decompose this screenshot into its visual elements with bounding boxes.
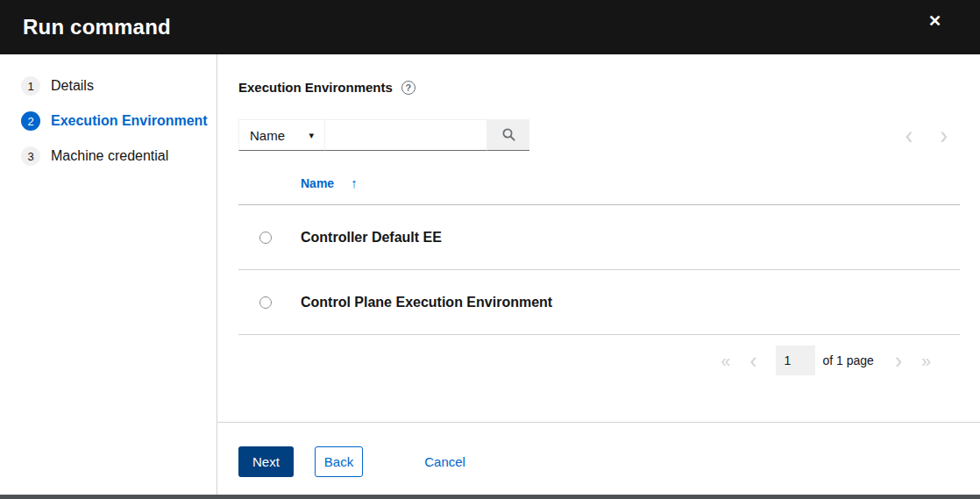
chevron-right-icon[interactable]: › [940,125,948,146]
wizard-step-execution-environment[interactable]: 2 Execution Environment [21,111,217,131]
search-icon [501,127,516,142]
caret-down-icon: ▾ [309,130,314,141]
help-icon[interactable]: ? [401,81,415,95]
search-button[interactable] [487,119,529,151]
execution-environments-panel: Execution Environments ? Name ▾ [217,54,980,422]
step-number-badge: 3 [21,146,40,166]
table-row[interactable]: Control Plane Execution Environment [238,270,960,335]
modal-header: Run command ✕ [0,0,980,54]
step-number-badge: 1 [21,76,40,96]
section-heading: Execution Environments [238,80,393,95]
top-pagination: ‹ › [905,119,960,151]
sort-ascending-icon[interactable]: ↑ [351,175,358,190]
step-label: Machine credential [51,148,168,164]
section-heading-row: Execution Environments ? [238,54,960,95]
run-command-modal: Run command ✕ 1 Details 2 Execution Envi… [0,0,980,499]
filter-dropdown[interactable]: Name ▾ [238,119,325,151]
row-label: Controller Default EE [301,230,442,246]
back-button[interactable]: Back [315,446,363,477]
radio-button[interactable] [259,232,272,244]
filter-dropdown-label: Name [250,128,285,143]
wizard-step-machine-credential[interactable]: 3 Machine credential [21,146,217,166]
table-header-row: Name ↑ [238,175,960,205]
step-number-badge: 2 [21,111,40,131]
modal-body: 1 Details 2 Execution Environment 3 Mach… [0,54,980,495]
modal-footer: Next Back Cancel [217,422,980,495]
filter-toolbar: Name ▾ ‹ › [238,119,960,151]
cancel-button[interactable]: Cancel [424,446,465,477]
last-page-icon[interactable]: » [921,353,931,367]
bottom-edge-bar [0,495,980,499]
row-label: Control Plane Execution Environment [301,295,552,310]
table-row[interactable]: Controller Default EE [238,205,960,270]
radio-button[interactable] [259,296,272,309]
wizard-step-details[interactable]: 1 Details [21,76,217,96]
next-page-icon[interactable]: › [895,353,902,368]
close-button[interactable]: ✕ [925,10,945,32]
page-count-label: of 1 page [822,353,873,367]
wizard-steps-sidebar: 1 Details 2 Execution Environment 3 Mach… [0,54,217,495]
search-input[interactable] [325,119,487,151]
step-label: Details [51,78,94,94]
step-label: Execution Environment [51,113,208,129]
modal-title: Run command [23,15,171,39]
prev-page-icon[interactable]: ‹ [749,353,756,368]
wizard-content-pane: Execution Environments ? Name ▾ [217,54,980,495]
column-header-name[interactable]: Name [301,176,334,190]
page-number-input[interactable] [776,346,815,375]
first-page-icon[interactable]: « [721,353,730,367]
next-button[interactable]: Next [238,446,294,477]
close-icon: ✕ [928,12,941,30]
chevron-left-icon[interactable]: ‹ [905,125,913,146]
bottom-pagination: « ‹ of 1 page › » [238,346,960,375]
